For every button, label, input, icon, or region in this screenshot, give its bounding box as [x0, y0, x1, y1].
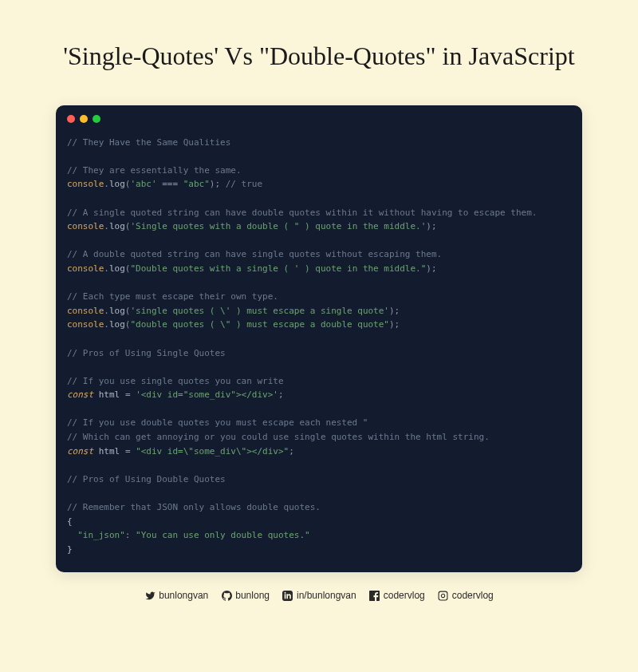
code-comment: // Pros of Using Single Quotes: [67, 348, 226, 358]
code-comment: // If you use single quotes you can writ…: [67, 376, 284, 386]
twitter-icon: [144, 590, 156, 601]
code-token: console: [67, 319, 104, 330]
instagram-link[interactable]: codervlog: [438, 590, 494, 601]
code-comment: // true: [226, 179, 262, 189]
code-token: log: [109, 263, 125, 274]
linkedin-label: in/bunlongvan: [297, 590, 356, 601]
code-comment: // They are essentially the same.: [67, 165, 242, 176]
instagram-icon: [438, 590, 449, 601]
github-label: bunlong: [235, 590, 270, 601]
code-token: log: [109, 221, 125, 231]
code-string: 'Single quotes with a double ( " ) quote…: [130, 221, 426, 231]
code-token: console: [67, 179, 104, 189]
code-string: '<div id="some_div"></div>': [136, 389, 278, 400]
code-string: 'single quotes ( \' ) must escape a sing…: [130, 306, 389, 316]
code-json-key: "in_json": [77, 530, 125, 540]
svg-rect-0: [439, 591, 447, 600]
code-token: log: [109, 179, 125, 189]
code-comment: // Pros of Using Double Quotes: [67, 474, 226, 484]
code-var: html: [99, 389, 120, 400]
window-controls: [56, 105, 582, 129]
code-keyword: const: [67, 446, 93, 457]
maximize-dot-icon: [93, 115, 100, 123]
linkedin-icon: [282, 590, 293, 601]
code-keyword: const: [67, 389, 93, 400]
github-icon: [221, 590, 232, 601]
code-comment: // A double quoted string can have singl…: [67, 249, 442, 259]
code-token: log: [109, 306, 125, 316]
code-token: console: [67, 263, 104, 274]
code-comment: // Which can get annoying or you could u…: [67, 432, 490, 442]
code-token: log: [109, 319, 125, 330]
minimize-dot-icon: [80, 115, 88, 123]
code-string: 'abc': [130, 179, 156, 189]
code-string: "double quotes ( \" ) must escape a doub…: [130, 319, 389, 330]
social-links: bunlongvan bunlong in/bunlongvan codervl…: [144, 590, 494, 601]
facebook-icon: [369, 590, 380, 601]
code-comment: // A single quoted string can have doubl…: [67, 208, 537, 218]
code-string: "abc": [183, 179, 210, 189]
twitter-link[interactable]: bunlongvan: [144, 590, 208, 601]
facebook-link[interactable]: codervlog: [369, 590, 425, 601]
code-comment: // Remember that JSON only allows double…: [67, 502, 321, 512]
facebook-label: codervlog: [384, 590, 425, 601]
github-link[interactable]: bunlong: [221, 590, 270, 601]
twitter-label: bunlongvan: [159, 590, 208, 601]
code-json-val: "You can use only double quotes.": [136, 530, 310, 540]
code-comment: // They Have the Same Qualities: [67, 137, 230, 148]
page-title: 'Single-Quotes' Vs "Double-Quotes" in Ja…: [63, 40, 574, 73]
code-comment: // If you use double quotes you must esc…: [67, 417, 368, 428]
code-block: // They Have the Same Qualities // They …: [56, 105, 582, 573]
code-string: "<div id=\"some_div\"></div>": [136, 446, 289, 457]
code-token: console: [67, 221, 104, 231]
code-var: html: [99, 446, 120, 457]
code-token: console: [67, 306, 104, 316]
code-content: // They Have the Same Qualities // They …: [56, 129, 582, 573]
code-op: ===: [162, 179, 178, 189]
code-string: "Double quotes with a single ( ' ) quote…: [130, 263, 426, 274]
instagram-label: codervlog: [452, 590, 494, 601]
close-dot-icon: [67, 115, 75, 123]
linkedin-link[interactable]: in/bunlongvan: [282, 590, 356, 601]
code-comment: // Each type must escape their own type.: [67, 291, 278, 302]
